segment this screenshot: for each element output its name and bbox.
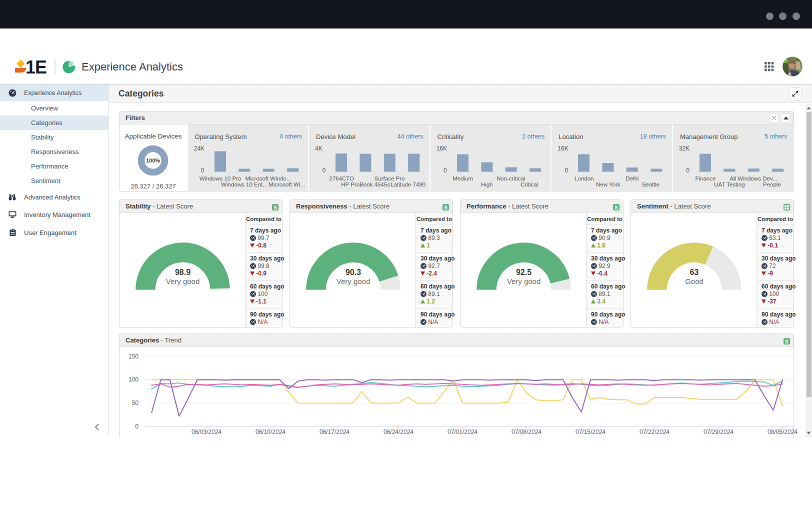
svg-text:07/08/2024: 07/08/2024 (512, 428, 542, 436)
svg-text:90.3: 90.3 (346, 268, 361, 276)
svg-text:07/29/2024: 07/29/2024 (704, 428, 734, 436)
svg-text:63: 63 (690, 268, 699, 276)
svg-text:06/10/2024: 06/10/2024 (256, 428, 286, 436)
svg-text:06/24/2024: 06/24/2024 (384, 428, 414, 436)
svg-text:07/01/2024: 07/01/2024 (448, 428, 478, 436)
svg-text:07/15/2024: 07/15/2024 (576, 428, 606, 436)
svg-text:Very good: Very good (507, 277, 541, 286)
svg-text:100%: 100% (146, 158, 160, 164)
svg-text:92.5: 92.5 (516, 268, 532, 276)
svg-text:50: 50 (132, 400, 139, 406)
svg-text:0: 0 (135, 423, 138, 430)
svg-text:98.9: 98.9 (175, 268, 190, 276)
svg-text:Very good: Very good (336, 277, 370, 286)
svg-text:06/03/2024: 06/03/2024 (192, 428, 222, 436)
svg-text:07/22/2024: 07/22/2024 (640, 428, 670, 436)
svg-text:150: 150 (128, 353, 138, 360)
svg-text:Very good: Very good (166, 277, 200, 286)
svg-text:Good: Good (685, 277, 704, 286)
svg-text:08/05/2024: 08/05/2024 (768, 428, 798, 436)
svg-text:1E: 1E (26, 57, 46, 78)
svg-text:100: 100 (128, 376, 138, 383)
svg-text:06/17/2024: 06/17/2024 (320, 428, 350, 436)
